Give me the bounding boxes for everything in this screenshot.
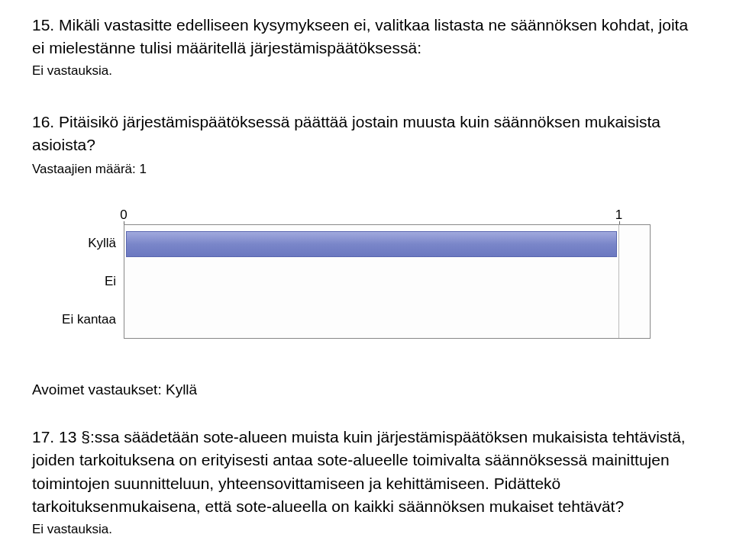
x-tick-0: 0 — [120, 208, 127, 223]
chart-plot-area — [124, 224, 651, 339]
question-17: 17. 13 §:ssa säädetään sote-alueen muist… — [32, 426, 701, 537]
bar-ei — [126, 269, 648, 295]
open-answers-label: Avoimet vastaukset: Kyllä — [32, 381, 701, 398]
q17-title: 17. 13 §:ssa säädetään sote-alueen muist… — [32, 426, 701, 519]
y-label-ei: Ei — [55, 274, 124, 289]
bar-kylla — [126, 231, 617, 257]
y-label-ei-kantaa: Ei kantaa — [55, 312, 124, 327]
q15-no-answer: Ei vastauksia. — [32, 63, 701, 79]
chart-x-axis: 0 1 — [55, 208, 651, 224]
x-tick-1: 1 — [615, 208, 622, 223]
q17-no-answer: Ei vastauksia. — [32, 522, 701, 537]
q16-chart: 0 1 Kyllä Ei Ei kantaa — [55, 208, 701, 339]
question-15: 15. Mikäli vastasitte edelliseen kysymyk… — [32, 14, 701, 79]
q16-title: 16. Pitäisikö järjestämispäätöksessä pää… — [32, 111, 701, 157]
bar-ei-kantaa — [126, 307, 648, 333]
question-16: 16. Pitäisikö järjestämispäätöksessä pää… — [32, 111, 701, 398]
y-label-kylla: Kyllä — [55, 236, 124, 251]
q15-title: 15. Mikäli vastasitte edelliseen kysymyk… — [32, 14, 701, 60]
q16-respondent-count: Vastaajien määrä: 1 — [32, 162, 701, 177]
